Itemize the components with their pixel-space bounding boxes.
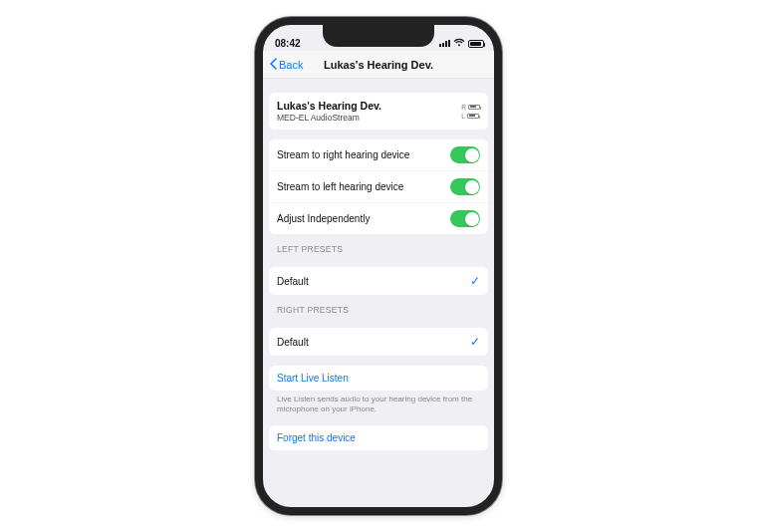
right-presets-header: RIGHT PRESETS (269, 295, 488, 318)
page-title: Lukas's Hearing Dev. (324, 59, 433, 71)
left-preset-default[interactable]: Default ✓ (269, 267, 488, 295)
checkmark-icon: ✓ (470, 335, 480, 349)
notch (323, 25, 434, 47)
device-title: Lukas's Hearing Dev. (277, 100, 381, 112)
left-preset-label: Default (277, 276, 309, 287)
left-presets-header: LEFT PRESETS (269, 234, 488, 257)
right-preset-label: Default (277, 337, 309, 348)
stream-left-label: Stream to left hearing device (277, 181, 403, 192)
chevron-left-icon (269, 58, 277, 72)
back-label: Back (279, 59, 303, 71)
stream-right-toggle[interactable] (450, 146, 480, 163)
phone-frame: 08:42 Back Lukas's Hearing Dev. Lukas's … (255, 17, 502, 515)
wifi-icon (453, 38, 465, 49)
device-header-cell[interactable]: Lukas's Hearing Dev. MED-EL AudioStream … (269, 93, 488, 130)
navigation-bar: Back Lukas's Hearing Dev. (263, 51, 494, 79)
back-button[interactable]: Back (269, 51, 303, 78)
left-ear-label: L (461, 113, 465, 120)
device-subtitle: MED-EL AudioStream (277, 113, 381, 123)
adjust-independently-row: Adjust Independently (269, 202, 488, 234)
cellular-signal-icon (439, 40, 450, 48)
right-preset-default[interactable]: Default ✓ (269, 328, 488, 356)
left-battery-icon (467, 114, 479, 119)
forget-device-button[interactable]: Forget this device (269, 425, 488, 450)
status-right-cluster (439, 38, 484, 49)
checkmark-icon: ✓ (470, 274, 480, 288)
battery-column: R L (461, 104, 480, 120)
start-live-listen-label: Start Live Listen (277, 373, 349, 384)
live-listen-note: Live Listen sends audio to your hearing … (269, 391, 488, 415)
stream-right-label: Stream to right hearing device (277, 149, 409, 160)
right-battery-icon (468, 105, 480, 110)
adjust-independently-toggle[interactable] (450, 210, 480, 227)
forget-device-label: Forget this device (277, 432, 356, 443)
battery-icon (468, 40, 484, 48)
start-live-listen-button[interactable]: Start Live Listen (269, 366, 488, 391)
content-area: Lukas's Hearing Dev. MED-EL AudioStream … (263, 79, 494, 450)
stream-left-row: Stream to left hearing device (269, 170, 488, 202)
right-ear-label: R (461, 104, 466, 111)
status-time: 08:42 (275, 38, 301, 49)
stream-right-row: Stream to right hearing device (269, 139, 488, 170)
stream-left-toggle[interactable] (450, 178, 480, 195)
adjust-independently-label: Adjust Independently (277, 213, 370, 224)
